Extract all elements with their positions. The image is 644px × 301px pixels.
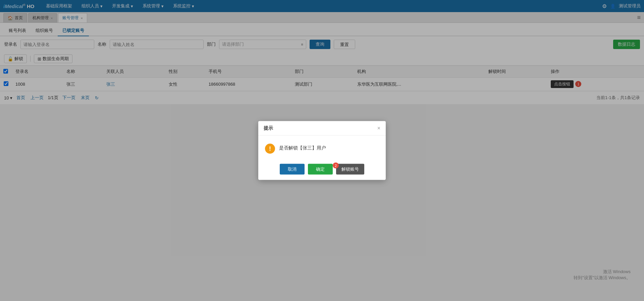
dialog-close-button[interactable]: ×	[377, 125, 380, 131]
dialog-header: 提示 ×	[258, 121, 386, 136]
dialog-badge: 2	[333, 163, 339, 169]
dialog-cancel-button[interactable]: 取消	[280, 164, 305, 175]
dialog-cancel-label: 取消	[288, 167, 297, 172]
dialog-footer: 取消 确定 2 解锁账号	[258, 161, 386, 180]
warn-icon-text: !	[269, 145, 271, 152]
dialog-unlock-label: 解锁账号	[341, 166, 359, 172]
dialog-body: ! 是否解锁【张三】用户	[258, 136, 386, 161]
dialog-confirm-label: 确定	[316, 167, 325, 172]
dialog-message: 是否解锁【张三】用户	[279, 144, 326, 151]
dialog-unlock-account-button[interactable]: 解锁账号	[336, 164, 364, 175]
confirm-dialog: 提示 × ! 是否解锁【张三】用户 取消 确定 2 解锁账号	[258, 121, 386, 180]
dialog-confirm-button[interactable]: 确定	[308, 164, 333, 175]
dialog-warn-icon: !	[265, 144, 275, 154]
dialog-title: 提示	[264, 125, 273, 131]
